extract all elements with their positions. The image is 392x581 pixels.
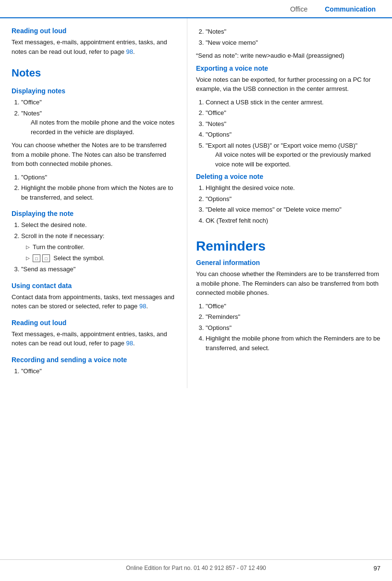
page-footer: Online Edition for Part no. 01 40 2 912 … — [0, 559, 392, 571]
deleting-voice-list: HIghlight the desired voice note. "Optio… — [206, 183, 380, 225]
page98-link-3[interactable]: 98 — [126, 340, 133, 347]
list-item: Highlight the mobile phone from which th… — [206, 334, 380, 353]
notes-sub-text: All notes from the mobile phone and the … — [31, 118, 178, 137]
deleting-voice-heading: Deleting a voice note — [196, 173, 380, 180]
reading-out-loud-heading-2: Reading out loud — [12, 319, 178, 327]
general-info-list: "Office" "Reminders" "Options" Highlight… — [206, 302, 380, 353]
general-info-heading: General information — [196, 259, 380, 266]
list-item: "New voice memo" — [206, 38, 380, 48]
using-contact-body: Contact data from appointments, tasks, t… — [12, 292, 178, 311]
displaying-note-heading: Displaying the note — [12, 210, 178, 217]
sub-list: Turn the controller. □ □ Select the symb… — [26, 242, 178, 263]
list-item: "Options" — [206, 323, 380, 333]
page98-link-2[interactable]: 98 — [139, 303, 146, 310]
reading-out-loud-section-1: Reading out loud Text messages, e-mails,… — [12, 27, 178, 56]
list-item: "Notes" — [206, 119, 380, 129]
exporting-voice-heading: Exporting a voice note — [196, 64, 380, 72]
displaying-note-section: Displaying the note Select the desired n… — [12, 210, 178, 274]
recording-list-cont: "Notes" "New voice memo" — [206, 27, 380, 47]
list-item: "Reminders" — [206, 312, 380, 322]
list-item: HIghlight the desired voice note. — [206, 183, 380, 193]
general-info-section: General information You can choose wheth… — [196, 259, 380, 353]
page-header: Office Communication — [0, 0, 392, 18]
list-item: "Office" — [206, 108, 380, 118]
displaying-notes-section: Displaying notes "Office" "Notes" All no… — [12, 87, 178, 202]
footer-text: Online Edition for Part no. 01 40 2 912 … — [0, 565, 392, 571]
reading-out-loud-body-2: Text messages, e-mails, appointment entr… — [12, 329, 178, 348]
export-sub-text: All voice notes will be exported or the … — [215, 150, 380, 169]
list-item: "Export all notes (USB)" or "Export voic… — [206, 141, 380, 169]
deleting-voice-section: Deleting a voice note HIghlight the desi… — [196, 173, 380, 225]
displaying-notes-heading: Displaying notes — [12, 87, 178, 95]
list-item: Highlight the mobile phone from which th… — [21, 183, 178, 202]
list-item: Turn the controller. — [26, 242, 178, 252]
main-content: Reading out loud Text messages, e-mails,… — [0, 18, 392, 388]
list-item: Scroll in the note if necessary: Turn th… — [21, 231, 178, 263]
list-item: "Options" — [206, 130, 380, 139]
using-contact-heading: Using contact data — [12, 282, 178, 290]
page-number: 97 — [374, 565, 380, 572]
list-item: Select the desired note. — [21, 220, 178, 230]
notes-heading: Notes — [12, 67, 178, 79]
list-item: "Office" — [206, 302, 380, 311]
recording-sending-list: "Office" — [21, 366, 178, 376]
displaying-notes-list-2: "Options" Highlight the mobile phone fro… — [21, 173, 178, 202]
square-icon-1: □ — [33, 254, 40, 262]
square-icon-2: □ — [42, 254, 50, 262]
exporting-voice-list: Connect a USB stick in the center armres… — [206, 98, 380, 169]
list-item: "Office" — [21, 98, 178, 107]
reading-out-loud-section-2: Reading out loud Text messages, e-mails,… — [12, 319, 178, 348]
displaying-notes-para: You can choose whether the Notes are to … — [12, 140, 178, 169]
right-column: "Notes" "New voice memo" “Send as note”:… — [187, 18, 392, 388]
list-item: "Options" — [21, 173, 178, 182]
tab-communication[interactable]: Communication — [316, 3, 384, 15]
left-column: Reading out loud Text messages, e-mails,… — [0, 18, 187, 388]
reminders-heading: Reminders — [196, 239, 380, 254]
page98-link-1[interactable]: 98 — [126, 48, 133, 55]
controller-symbols: □ □ Select the symbol. — [33, 253, 104, 263]
list-item: Connect a USB stick in the center armres… — [206, 98, 380, 107]
using-contact-section: Using contact data Contact data from app… — [12, 282, 178, 311]
exporting-voice-section: Exporting a voice note Voice notes can b… — [196, 64, 380, 169]
list-item: OK (Textref fehlt noch) — [206, 216, 380, 226]
reading-out-loud-heading-1: Reading out loud — [12, 27, 178, 35]
reading-out-loud-body-1: Text messages, e-mails, appointment entr… — [12, 38, 178, 56]
list-item: "Notes" — [206, 27, 380, 37]
list-item: "Office" — [21, 366, 178, 376]
tab-office[interactable]: Office — [282, 3, 316, 15]
recording-sending-heading: Recording and sending a voice note — [12, 356, 178, 364]
exporting-voice-body: Voice notes can be exported, for further… — [196, 75, 380, 94]
list-item: "Options" — [206, 194, 380, 204]
displaying-notes-list-1: "Office" "Notes" All notes from the mobi… — [21, 98, 178, 137]
list-item: "Notes" All notes from the mobile phone … — [21, 109, 178, 137]
recording-continuation: "Notes" "New voice memo" “Send as note”:… — [196, 27, 380, 61]
recording-sending-section: Recording and sending a voice note "Offi… — [12, 356, 178, 376]
list-item: "Delete all voice memos" or "Delete voic… — [206, 205, 380, 215]
list-item: "Send as message" — [21, 265, 178, 274]
list-item: □ □ Select the symbol. — [26, 253, 178, 263]
send-as-note-text: “Send as note”: write new>audio e-Mail (… — [196, 51, 380, 61]
general-info-body: You can choose whether the Reminders are… — [196, 269, 380, 298]
header-tabs: Office Communication — [282, 3, 384, 15]
displaying-note-list: Select the desired note. Scroll in the n… — [21, 220, 178, 274]
